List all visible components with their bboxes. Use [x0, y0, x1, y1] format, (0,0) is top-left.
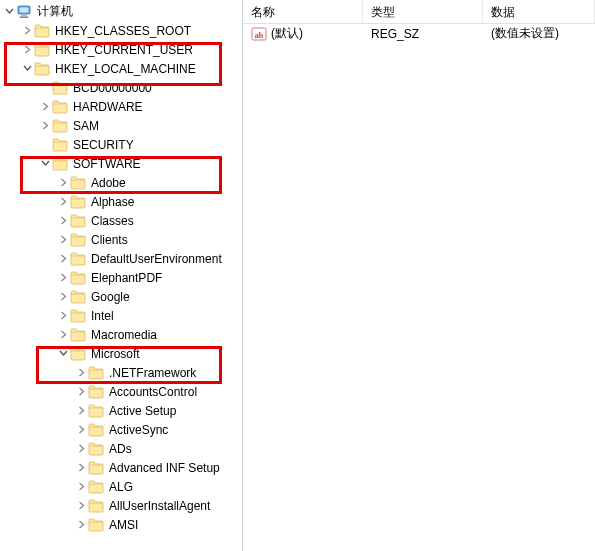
chevron-right-icon[interactable] [20, 24, 34, 38]
chevron-right-icon[interactable] [56, 214, 70, 228]
tree-node[interactable]: BCD00000000 [0, 78, 242, 97]
chevron-right-icon[interactable] [74, 423, 88, 437]
tree-node-label: SAM [71, 118, 101, 134]
tree-node-label: Clients [89, 232, 130, 248]
folder-icon [34, 61, 50, 77]
tree-node[interactable]: ElephantPDF [0, 268, 242, 287]
tree-node[interactable]: DefaultUserEnvironment [0, 249, 242, 268]
folder-icon [70, 270, 86, 286]
computer-icon [16, 4, 32, 20]
folder-icon [88, 479, 104, 495]
chevron-right-icon[interactable] [56, 176, 70, 190]
folder-icon [70, 346, 86, 362]
folder-icon [88, 365, 104, 381]
chevron-right-icon[interactable] [56, 290, 70, 304]
folder-icon [88, 498, 104, 514]
folder-icon [52, 156, 68, 172]
tree-node-label: HARDWARE [71, 99, 145, 115]
col-name[interactable]: 名称 [243, 0, 363, 23]
chevron-right-icon[interactable] [38, 119, 52, 133]
chevron-down-icon[interactable] [56, 347, 70, 361]
tree-node[interactable]: Intel [0, 306, 242, 325]
chevron-right-icon[interactable] [74, 366, 88, 380]
folder-icon [70, 194, 86, 210]
chevron-right-icon[interactable] [74, 385, 88, 399]
tree-node[interactable]: Macromedia [0, 325, 242, 344]
col-type[interactable]: 类型 [363, 0, 483, 23]
value-name: (默认) [271, 25, 303, 42]
chevron-right-icon[interactable] [56, 309, 70, 323]
tree-node[interactable]: AllUserInstallAgent [0, 496, 242, 515]
tree-node[interactable]: 计算机 [0, 2, 242, 21]
chevron-right-icon[interactable] [56, 252, 70, 266]
folder-icon [70, 213, 86, 229]
tree-node-label: .NETFramework [107, 365, 198, 381]
chevron-right-icon[interactable] [20, 43, 34, 57]
tree-node[interactable]: Classes [0, 211, 242, 230]
tree-node[interactable]: HKEY_LOCAL_MACHINE [0, 59, 242, 78]
chevron-right-icon[interactable] [56, 271, 70, 285]
tree-node-label: SECURITY [71, 137, 136, 153]
tree-node[interactable]: Google [0, 287, 242, 306]
chevron-right-icon[interactable] [74, 404, 88, 418]
chevron-down-icon[interactable] [38, 157, 52, 171]
tree-node[interactable]: HKEY_CURRENT_USER [0, 40, 242, 59]
tree-node[interactable]: HKEY_CLASSES_ROOT [0, 21, 242, 40]
folder-icon [70, 232, 86, 248]
value-type: REG_SZ [363, 27, 483, 41]
tree-node[interactable]: Clients [0, 230, 242, 249]
tree-node-label: ElephantPDF [89, 270, 164, 286]
values-header: 名称 类型 数据 [243, 0, 595, 24]
folder-icon [52, 118, 68, 134]
tree-node-label: BCD00000000 [71, 80, 154, 96]
tree-node[interactable]: Advanced INF Setup [0, 458, 242, 477]
folder-icon [70, 289, 86, 305]
col-data[interactable]: 数据 [483, 0, 595, 23]
tree-node-label: Alphase [89, 194, 136, 210]
tree-node[interactable]: SAM [0, 116, 242, 135]
tree-node[interactable]: SECURITY [0, 135, 242, 154]
folder-icon [70, 308, 86, 324]
registry-tree-panel[interactable]: 计算机HKEY_CLASSES_ROOTHKEY_CURRENT_USERHKE… [0, 0, 243, 551]
tree-node[interactable]: .NETFramework [0, 363, 242, 382]
tree-node[interactable]: ADs [0, 439, 242, 458]
chevron-right-icon[interactable] [74, 499, 88, 513]
chevron-right-icon[interactable] [56, 233, 70, 247]
tree-node-label: Classes [89, 213, 136, 229]
chevron-right-icon[interactable] [74, 518, 88, 532]
tree-node[interactable]: Active Setup [0, 401, 242, 420]
value-row[interactable]: ab(默认)REG_SZ(数值未设置) [243, 24, 595, 43]
chevron-right-icon[interactable] [74, 442, 88, 456]
tree-node[interactable]: ActiveSync [0, 420, 242, 439]
tree-node[interactable]: Adobe [0, 173, 242, 192]
tree-node[interactable]: HARDWARE [0, 97, 242, 116]
folder-icon [88, 384, 104, 400]
folder-icon [88, 517, 104, 533]
chevron-down-icon[interactable] [20, 62, 34, 76]
tree-node-label: Macromedia [89, 327, 159, 343]
tree-node-label: DefaultUserEnvironment [89, 251, 224, 267]
tree-node[interactable]: AccountsControl [0, 382, 242, 401]
folder-icon [70, 175, 86, 191]
svg-rect-3 [20, 16, 29, 18]
registry-values-panel[interactable]: 名称 类型 数据 ab(默认)REG_SZ(数值未设置) [243, 0, 595, 551]
chevron-right-icon[interactable] [74, 480, 88, 494]
chevron-down-icon[interactable] [2, 5, 16, 19]
tree-node[interactable]: ALG [0, 477, 242, 496]
chevron-right-icon[interactable] [38, 100, 52, 114]
tree-node[interactable]: Alphase [0, 192, 242, 211]
tree-node-label: HKEY_LOCAL_MACHINE [53, 61, 198, 77]
chevron-right-icon[interactable] [56, 195, 70, 209]
folder-icon [34, 42, 50, 58]
chevron-right-icon[interactable] [56, 328, 70, 342]
tree-node-label: Microsoft [89, 346, 142, 362]
tree-node[interactable]: SOFTWARE [0, 154, 242, 173]
tree-node-label: AllUserInstallAgent [107, 498, 212, 514]
folder-icon [34, 23, 50, 39]
tree-node[interactable]: Microsoft [0, 344, 242, 363]
value-data: (数值未设置) [483, 25, 595, 42]
tree-node[interactable]: AMSI [0, 515, 242, 534]
folder-icon [88, 441, 104, 457]
tree-node-label: ALG [107, 479, 135, 495]
chevron-right-icon[interactable] [74, 461, 88, 475]
